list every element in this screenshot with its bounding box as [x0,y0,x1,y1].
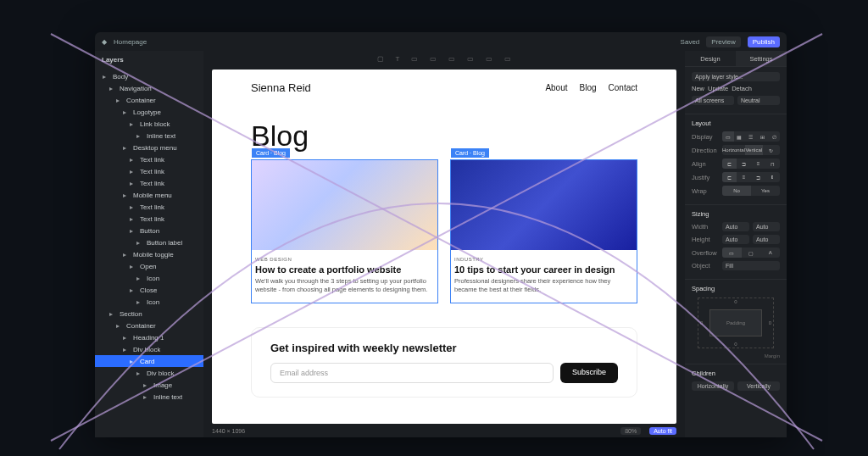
layer-row[interactable]: ▸Div block [95,343,203,355]
layer-row[interactable]: ▸Icon [95,272,203,284]
layer-row[interactable]: ▸Container [95,320,203,331]
card-category: INDUSTRY [454,257,633,262]
card-grid: Card · Blog WEB DESIGN How to create a p… [251,159,637,303]
main-area: Layers ▸Body▸Navigation▸Container▸Logoty… [95,51,787,437]
status-bar: 1440 × 1096 80% Auto fit [203,424,685,437]
state-select[interactable]: Neutral [737,96,780,105]
layout-section: Layout Display ▭▦☰⊞∅ Direction Horizonta… [685,114,787,204]
brand-text: Sienna Reid [251,81,311,94]
card-desc: We'll walk you through the 3 steps to se… [255,277,434,294]
card-category: WEB DESIGN [255,257,434,262]
site-nav: Sienna Reid About Blog Contact [251,81,637,94]
layer-row[interactable]: ▸Inline text [95,130,203,142]
layer-row[interactable]: ▸Desktop menu [95,142,203,153]
layer-row[interactable]: ▸Text link [95,153,203,165]
apply-style-input[interactable]: Apply layer style... [692,72,780,81]
layer-row[interactable]: ▸Icon [95,296,203,308]
layer-row[interactable]: ▸Text link [95,177,203,189]
layer-row[interactable]: ▸Close [95,284,203,296]
preview-button[interactable]: Preview [706,36,740,47]
layer-row[interactable]: ▸Heading 1 [95,331,203,343]
blog-card[interactable]: Card · Blog WEB DESIGN How to create a p… [251,159,438,303]
tool-icon[interactable]: ▭ [486,55,492,63]
align-segmented[interactable]: ⊏⊐≡⊓ [722,158,780,169]
tool-text-icon[interactable]: T [396,55,400,63]
card-title: 10 tips to start your career in design [454,264,633,275]
newsletter-box: Get inspired with weekly newsletter Emai… [251,327,637,398]
document-name[interactable]: Homepage [114,38,147,46]
layer-row[interactable]: ▸Open [95,260,203,272]
section-title: Children [692,370,780,377]
card-image [252,160,437,250]
tool-icon[interactable]: ▭ [430,55,437,63]
card-desc: Professional designers share their exper… [454,277,633,294]
selection-tag: Card · Blog [451,148,489,158]
layer-row[interactable]: ▸Link block [95,118,203,130]
tool-icon[interactable]: ▭ [448,55,455,63]
app-logo-icon: ◆ [102,38,107,46]
justify-segmented[interactable]: ⊏≡⊐⫿ [722,172,780,182]
tool-icon[interactable]: ▭ [411,55,418,63]
height-input[interactable]: Auto [722,235,749,244]
selection-tag: Card · Blog [252,148,290,158]
box-model-diagram[interactable]: 0000 Padding [698,298,774,348]
layer-row[interactable]: ▸Mobile toggle [95,248,203,260]
inspector-panel: Design Settings Apply layer style... New… [685,51,787,437]
layers-header: Layers [95,51,203,69]
nav-link[interactable]: Blog [580,83,597,92]
width-unit[interactable]: Auto [753,222,780,231]
tool-frame-icon[interactable]: ▢ [377,55,384,63]
newsletter-heading: Get inspired with weekly newsletter [270,342,618,354]
layer-row[interactable]: ▸Container [95,94,203,106]
layer-row[interactable]: ▸Div block [95,367,203,379]
height-unit[interactable]: Auto [753,235,780,244]
layer-row[interactable]: ▸Navigation [95,82,203,94]
direction-segmented[interactable]: HorizontalVertical↻ [722,145,780,155]
detach-style-button[interactable]: Detach [732,85,752,92]
update-style-button[interactable]: Update [708,85,728,92]
layer-row[interactable]: ▸Text link [95,165,203,177]
children-h[interactable]: Horizontally [692,381,734,391]
children-v[interactable]: Vertically [737,381,780,391]
publish-button[interactable]: Publish [748,36,780,47]
top-bar: ◆ Homepage Saved Preview Publish [95,32,787,51]
wrap-segmented[interactable]: NoYes [722,186,780,196]
tool-icon[interactable]: ▭ [467,55,474,63]
subscribe-button[interactable]: Subscribe [560,363,618,383]
canvas-viewport[interactable]: Sienna Reid About Blog Contact Blog Card… [203,66,685,424]
blog-card[interactable]: Card · Blog INDUSTRY 10 tips to start yo… [450,159,637,303]
zoom-pill[interactable]: 80% [620,427,641,435]
spacing-section: Spacing 0000 Padding Margin [685,279,787,364]
nav-link[interactable]: About [545,83,567,92]
layer-row[interactable]: ▸Card [95,355,203,367]
overflow-segmented[interactable]: ▭▢A [722,247,780,258]
nav-link[interactable]: Contact [609,83,637,92]
layer-row[interactable]: ▸Body [95,70,203,82]
layer-row[interactable]: ▸Text link [95,213,203,225]
card-image [451,160,637,250]
email-input[interactable]: Email address [270,363,554,383]
canvas-size: 1440 × 1096 [212,428,245,434]
card-title: How to create a portfolio website [255,264,434,275]
section-title: Layout [692,120,780,127]
display-segmented[interactable]: ▭▦☰⊞∅ [722,131,780,142]
layer-row[interactable]: ▸Button label [95,236,203,248]
tool-icon[interactable]: ▭ [504,55,511,63]
layer-row[interactable]: ▸Logotype [95,106,203,118]
width-input[interactable]: Auto [722,222,749,231]
saved-indicator: Saved [681,38,700,46]
autofit-toggle[interactable]: Auto fit [649,427,676,435]
screens-select[interactable]: All screens [692,96,734,105]
layer-row[interactable]: ▸Mobile menu [95,189,203,201]
layer-row[interactable]: ▸Image [95,379,203,391]
new-style-button[interactable]: New [692,85,704,92]
tab-settings[interactable]: Settings [736,51,787,66]
layer-row[interactable]: ▸Section [95,308,203,320]
tab-design[interactable]: Design [685,51,736,66]
layer-row[interactable]: ▸Button [95,225,203,236]
object-fit-select[interactable]: Fill [722,261,780,270]
section-title: Sizing [692,210,780,218]
layers-panel: Layers ▸Body▸Navigation▸Container▸Logoty… [95,51,203,437]
layer-row[interactable]: ▸Text link [95,201,203,213]
layer-row[interactable]: ▸Inline text [95,391,203,403]
